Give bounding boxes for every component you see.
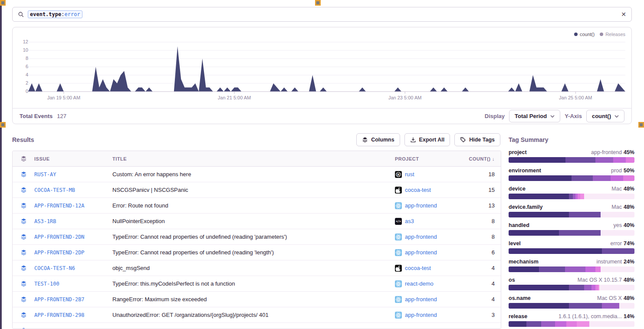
project-link[interactable]: app-frontend <box>405 312 437 318</box>
clear-search-icon[interactable]: ✕ <box>621 11 626 17</box>
issue-link[interactable]: APP-FRONTEND-2DN <box>34 234 85 240</box>
export-all-button[interactable]: Export All <box>404 133 450 146</box>
issue-stack-icon[interactable] <box>13 280 34 287</box>
tag-label-row: environmentprod50% <box>509 168 634 174</box>
project-link[interactable]: as3 <box>405 218 414 224</box>
table-row: COCOA-TEST-N6objc_msgSendcocoa-test4 <box>13 260 501 276</box>
tag-top-value: Mac48% <box>611 204 634 210</box>
table-row: APP-FRONTEND-2B7RangeError: Maximum size… <box>13 292 501 307</box>
project-cell: app-frontend <box>395 202 460 209</box>
table-row: COCOA-TEST-MBNSCGSPanicv | NSCGSPaniccoc… <box>13 182 501 198</box>
issue-link[interactable]: APP-FRONTEND-12A <box>34 203 85 209</box>
tag-value: 1.6.1 (1.6.1), com.media... <box>559 313 622 319</box>
search-token[interactable]: event.type:error <box>28 10 82 18</box>
issue-stack-icon[interactable] <box>13 187 34 193</box>
chart-x-tick-label: Jan 21 5:00 AM <box>208 95 260 100</box>
issue-stack-icon[interactable] <box>13 171 34 178</box>
tag-bar-segment <box>509 303 569 309</box>
search-bar[interactable]: event.type:error ✕ <box>12 7 632 22</box>
tag-value: error <box>611 240 622 247</box>
tag-distribution-bar[interactable] <box>509 194 634 199</box>
issue-stack-icon[interactable] <box>13 312 34 318</box>
count-cell: 4 <box>460 280 501 287</box>
tag-distribution-bar[interactable] <box>509 303 634 309</box>
column-header-count[interactable]: COUNT() ↓ <box>460 156 501 161</box>
issue-stack-icon[interactable] <box>13 234 34 240</box>
yaxis-dropdown[interactable]: count() <box>586 110 624 122</box>
issue-link[interactable]: COCOA-TEST-N6 <box>34 265 75 271</box>
tag-distribution-bar[interactable] <box>509 266 634 272</box>
count-cell: 13 <box>460 202 501 209</box>
tag-distribution-bar[interactable] <box>509 321 634 327</box>
selection-overlay-left-edge <box>0 0 2 329</box>
issue-stack-icon[interactable] <box>13 218 34 224</box>
tag-distribution-bar[interactable] <box>509 248 634 254</box>
selection-handle[interactable] <box>315 0 321 6</box>
react-platform-icon <box>395 280 402 287</box>
tag-value: Mac OS X <box>597 295 622 301</box>
tag-label-row: mechanisminstrument24% <box>509 259 634 266</box>
project-link[interactable]: react-demo <box>405 280 434 287</box>
issue-link[interactable]: AS3-1RB <box>34 218 56 224</box>
project-link[interactable]: app-frontend <box>405 202 437 209</box>
issue-link[interactable]: COCOA-TEST-MB <box>34 187 75 193</box>
tag-item-device.family: device.familyMac48% <box>509 204 634 217</box>
selection-handle[interactable] <box>638 122 644 128</box>
tag-bar-segment <box>509 285 569 290</box>
title-cell: UnauthorizedError: GET /organizations/{o… <box>112 312 395 318</box>
project-link[interactable]: app-frontend <box>405 296 437 303</box>
title-cell: Error: Route not found <box>112 202 395 209</box>
legend-item-count[interactable]: count() <box>574 32 595 37</box>
issue-link[interactable]: APP-FRONTEND-2DP <box>34 250 85 256</box>
project-link[interactable]: cocoa-test <box>405 187 431 193</box>
selection-handle[interactable] <box>0 122 6 128</box>
issue-stack-icon[interactable] <box>13 202 34 209</box>
project-link[interactable]: app-frontend <box>405 249 437 256</box>
issue-stack-icon[interactable] <box>13 327 34 329</box>
issue-stack-icon[interactable] <box>13 296 34 303</box>
total-events-value: 127 <box>57 113 66 119</box>
export-all-button-label: Export All <box>419 137 445 143</box>
tag-distribution-bar[interactable] <box>509 285 634 290</box>
selection-handle[interactable] <box>0 0 6 6</box>
svg-text:R: R <box>397 173 399 176</box>
tag-bar-segment <box>565 266 585 272</box>
project-link[interactable]: cocoa-test <box>405 265 431 271</box>
tag-distribution-bar[interactable] <box>509 157 634 163</box>
hide-tags-button[interactable]: Hide Tags <box>454 133 500 146</box>
column-header-project[interactable]: PROJECT <box>395 156 460 161</box>
project-cell: app-frontend <box>395 296 460 303</box>
download-icon <box>410 137 416 143</box>
count-cell: 8 <box>460 218 501 224</box>
issue-stack-icon[interactable] <box>13 249 34 256</box>
table-row-partial <box>13 323 501 329</box>
chart-legend[interactable]: count()Releases <box>574 32 625 37</box>
count-cell: 15 <box>460 187 501 193</box>
tag-top-value: yes40% <box>614 222 634 228</box>
issue-link[interactable]: TEST-100 <box>34 281 59 287</box>
tag-top-value: Mac OS X 10.15.748% <box>578 277 634 283</box>
issue-link[interactable]: APP-FRONTEND-298 <box>34 312 85 318</box>
tag-distribution-bar[interactable] <box>509 175 634 181</box>
issue-link[interactable]: APP-FRONTEND-2B7 <box>34 296 85 303</box>
columns-button[interactable]: Columns <box>356 133 400 146</box>
project-link[interactable]: rust <box>405 171 414 178</box>
tag-distribution-bar[interactable] <box>509 230 634 236</box>
tag-distribution-bar[interactable] <box>509 212 634 217</box>
display-dropdown[interactable]: Total Period <box>509 110 560 122</box>
legend-item-releases[interactable]: Releases <box>600 32 625 37</box>
table-header-row: ISSUETITLEPROJECTCOUNT() ↓ <box>13 151 501 167</box>
tag-item-release: release1.6.1 (1.6.1), com.media...14% <box>509 313 634 327</box>
tag-bar-segment <box>585 266 595 272</box>
column-header-title[interactable]: TITLE <box>112 156 395 161</box>
events-area-chart[interactable] <box>28 40 625 94</box>
column-header-issue[interactable]: ISSUE <box>34 156 112 161</box>
project-cell: </>as3 <box>395 218 460 225</box>
project-link[interactable]: app-frontend <box>405 234 437 240</box>
issue-stack-icon[interactable] <box>13 265 34 271</box>
tag-name: os <box>509 277 515 283</box>
issue-link[interactable]: RUST-AY <box>34 171 56 178</box>
tag-bar-segment <box>566 321 576 327</box>
title-cell: RangeError: Maximum size exceeded <box>112 296 395 303</box>
results-heading: Results <box>12 136 34 143</box>
